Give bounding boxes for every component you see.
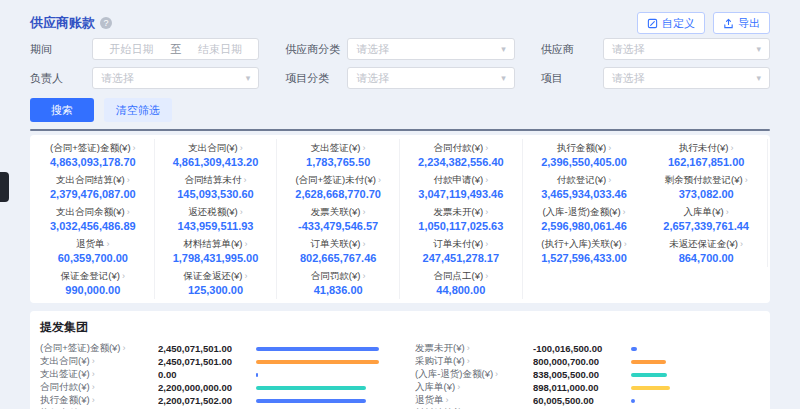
chevron-right-icon [726,207,729,217]
group-metric-row[interactable]: 退货单 60,005,500.00 [415,394,760,407]
metric-value: 4,863,093,178.70 [36,157,150,168]
group-metric-row[interactable]: 合同付款(¥) 2,200,000,000.00 [40,381,385,394]
help-icon[interactable] [100,17,112,29]
row-value: 2,200,000,000.00 [158,382,256,393]
search-button[interactable]: 搜索 [30,98,94,122]
row-value: 838,005,500.00 [533,369,631,380]
sidebar-expand-handle[interactable] [0,172,9,202]
metric-card[interactable]: 保证金登记(¥) 990,000.00 [32,267,155,299]
metric-card[interactable]: 合同罚款(¥) 41,836.00 [277,267,400,299]
metric-card[interactable]: 支出签证(¥) 1,783,765.50 [277,139,400,171]
row-value: 60,005,500.00 [533,395,631,406]
chevron-right-icon [362,239,365,249]
filter-label: 供应商分类 [285,42,347,57]
metric-card[interactable]: 执行金额(¥) 2,396,550,405.00 [523,139,646,171]
group-metric-row[interactable]: (合同+签证)金额(¥) 2,450,071,501.00 [40,342,385,355]
period-separator: 至 [170,42,181,57]
metric-bar [631,347,637,351]
filter-field-owner: 负责人 请选择 [30,67,259,89]
metric-value: 143,959,511.93 [159,221,273,232]
select-placeholder: 请选择 [612,42,645,57]
metric-value: 3,032,456,486.89 [36,221,150,232]
export-button[interactable]: 导出 [713,12,770,34]
metric-card[interactable]: 执行未付(¥) 162,167,851.00 [645,139,768,171]
metric-label: 支出合同结算(¥) [56,174,125,185]
metric-value: 1,798,431,995.00 [159,253,273,264]
group-right-column: 发票未开(¥) -100,016,500.00 采购订单(¥) 800,000,… [415,342,760,409]
period-end-placeholder[interactable]: 结束日期 [198,42,242,57]
metric-card[interactable]: 支出合同(¥) 4,861,309,413.20 [155,139,278,171]
metric-label: 支出合同余额(¥) [56,206,125,217]
metric-card[interactable]: 付款申请(¥) 3,047,119,493.46 [400,171,523,203]
row-value: 898,011,000.00 [533,382,631,393]
metric-card[interactable]: 发票关联(¥) -433,479,546.57 [277,203,400,235]
export-icon [723,18,734,29]
chevron-right-icon [240,207,243,217]
row-value: 800,000,700.00 [533,356,631,367]
metric-value: 4,861,309,413.20 [159,157,273,168]
metric-card[interactable]: 订单未付(¥) 247,451,278.17 [400,235,523,267]
metric-label: 退货单 [76,238,105,249]
project-select[interactable]: 请选择 [603,67,770,89]
metric-card[interactable]: 合同点工(¥) 44,800.00 [400,267,523,299]
owner-select[interactable]: 请选择 [92,67,259,89]
chevron-down-icon [756,44,761,54]
metric-card[interactable]: 合同结算未付 145,093,530.60 [155,171,278,203]
group-metric-row[interactable]: 入库单(¥) 898,011,000.00 [415,381,760,394]
customize-button[interactable]: 自定义 [637,12,705,34]
metric-card[interactable]: 未返还保证金(¥) 864,700.00 [645,235,768,267]
group-metric-row[interactable]: 支出合同(¥) 2,450,071,501.00 [40,355,385,368]
metric-label: 支出合同(¥) [188,142,238,153]
metric-card[interactable]: 订单关联(¥) 802,665,767.46 [277,235,400,267]
metric-card[interactable]: 退货单 60,359,700.00 [32,235,155,267]
metric-value: 2,628,668,770.70 [281,189,395,200]
group-metric-row[interactable]: 支出签证(¥) 0.00 [40,368,385,381]
section-divider [30,129,770,131]
chevron-right-icon [92,369,95,379]
metric-card[interactable]: 支出合同结算(¥) 2,379,476,087.00 [32,171,155,203]
metric-bar [631,399,635,403]
group-metric-row[interactable]: 采购订单(¥) 800,000,700.00 [415,355,760,368]
chevron-right-icon [245,271,248,281]
metric-label: 合同付款(¥) [434,142,484,153]
filter-label: 期间 [30,42,92,57]
metric-card[interactable]: 剩余预付款登记(¥) 373,082.00 [645,171,768,203]
row-label: 支出签证(¥) [40,368,90,379]
metric-card[interactable]: 保证金返还(¥) 125,300.00 [155,267,278,299]
metric-card[interactable]: (执行+入库)关联(¥) 1,527,596,433.00 [523,235,646,267]
metric-card[interactable]: (合同+签证)金额(¥) 4,863,093,178.70 [32,139,155,171]
project-category-select[interactable]: 请选择 [347,67,514,89]
chevron-right-icon [745,175,748,185]
group-metric-row[interactable]: 执行金额(¥) 2,200,071,502.00 [40,394,385,407]
filter-label: 供应商 [541,42,603,57]
metric-card[interactable]: 发票未开(¥) 1,050,117,025.63 [400,203,523,235]
metric-label: (合同+签证)金额(¥) [50,142,131,153]
supplier-select[interactable]: 请选择 [603,38,770,60]
group-metric-row[interactable]: (入库-退货)金额(¥) 838,005,500.00 [415,368,760,381]
row-label: 发票未开(¥) [415,342,465,353]
metric-bar [631,373,667,377]
row-value: -100,016,500.00 [533,343,631,354]
chevron-right-icon [467,343,470,353]
chevron-right-icon [362,271,365,281]
metric-card[interactable]: 材料结算单(¥) 1,798,431,995.00 [155,235,278,267]
metric-card[interactable]: 支出合同余额(¥) 3,032,456,486.89 [32,203,155,235]
period-start-placeholder[interactable]: 开始日期 [109,42,153,57]
metric-card[interactable]: 付款登记(¥) 3,465,934,033.46 [523,171,646,203]
clear-filters-button[interactable]: 清空筛选 [104,98,172,122]
customize-label: 自定义 [662,16,695,31]
metric-value: 125,300.00 [159,285,273,296]
metric-value: 802,665,767.46 [281,253,395,264]
group-metric-row[interactable]: 发票未开(¥) -100,016,500.00 [415,342,760,355]
metric-card[interactable]: (入库-退货)金额(¥) 2,596,980,061.46 [523,203,646,235]
row-value: 0.00 [158,369,256,380]
metric-card[interactable]: 合同付款(¥) 2,234,382,556.40 [400,139,523,171]
supplier-category-select[interactable]: 请选择 [347,38,514,60]
metric-card[interactable]: 入库单(¥) 2,657,339,761.44 [645,203,768,235]
metric-card[interactable]: (合同+签证)未付(¥) 2,628,668,770.70 [277,171,400,203]
metric-label: 订单未付(¥) [434,238,484,249]
metric-value: 60,359,700.00 [36,253,150,264]
filter-field-period: 期间 开始日期 至 结束日期 [30,38,259,60]
metric-card[interactable]: 返还税额(¥) 143,959,511.93 [155,203,278,235]
period-daterange-input[interactable]: 开始日期 至 结束日期 [92,38,259,60]
